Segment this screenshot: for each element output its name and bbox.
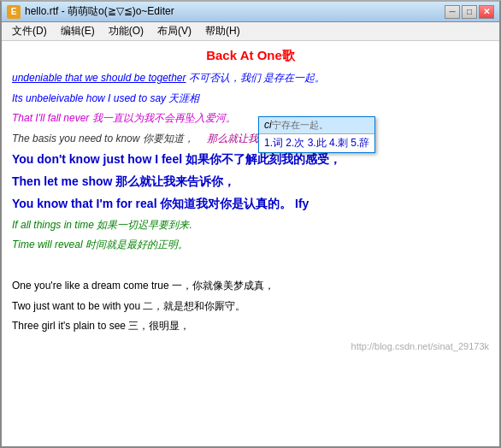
- line7-en2: Ify: [295, 197, 309, 210]
- line-11: One you're like a dream come true 一，你就像美…: [12, 277, 489, 296]
- line1-cn: 不可否认，我们: [189, 72, 261, 84]
- line13-en: Three girl it's plain to see: [12, 320, 128, 332]
- menu-function[interactable]: 功能(O): [102, 22, 150, 40]
- line-2: Its unbeleivable how I used to say 天涯相: [12, 90, 489, 109]
- line1-cn2: 是存在一起。: [263, 72, 325, 84]
- window-title: hello.rtf - 萌萌哒o(≧▽≦)o~Editer: [25, 4, 174, 19]
- maximize-button[interactable]: □: [462, 5, 477, 19]
- line-9: Time will reveal 时间就是最好的正明。: [12, 236, 489, 255]
- line5-cn: 如果你不了解此刻我的感受，: [186, 153, 341, 166]
- line-8: If all things in time 如果一切迟早要到来.: [12, 216, 489, 235]
- autocomplete-typed: ci: [264, 119, 272, 131]
- menu-edit[interactable]: 编辑(E): [54, 22, 102, 40]
- line-blank: [12, 256, 489, 275]
- line12-en: Two just want to be with you: [12, 300, 143, 312]
- line3-en: That I'll fall never: [12, 112, 92, 124]
- line13-cn: 三，很明显，: [128, 320, 190, 332]
- line11-en: One you're like a dream come true: [12, 280, 172, 292]
- line8-cn: 如果一切迟早要到来.: [97, 219, 192, 231]
- menu-help[interactable]: 帮助(H): [198, 22, 247, 40]
- watermark-area: http://blog.csdn.net/sinat_29173k: [12, 339, 489, 352]
- line9-en: Time will reveal: [12, 239, 85, 251]
- menu-file[interactable]: 文件(D): [5, 22, 54, 40]
- line2-cn: 天涯相: [168, 92, 199, 104]
- close-button[interactable]: ✕: [479, 5, 494, 19]
- line7-cn: 你知道我对你是认真的。: [160, 197, 292, 210]
- title-bar: E hello.rtf - 萌萌哒o(≧▽≦)o~Editer ─ □ ✕: [2, 2, 499, 22]
- line8-en: If all things in time: [12, 219, 97, 231]
- line6-en: Then let me show: [12, 174, 115, 188]
- line11-cn: 一，你就像美梦成真，: [172, 280, 274, 292]
- line4-en: The basis you need to know: [12, 133, 143, 144]
- window-controls: ─ □ ✕: [445, 5, 494, 19]
- minimize-button[interactable]: ─: [445, 5, 460, 19]
- line5-en: You don't know just how I feel: [12, 152, 186, 166]
- autocomplete-popup[interactable]: ci宁存在一起。 1.词 2.次 3.此 4.刺 5.辞: [258, 116, 375, 153]
- main-window: E hello.rtf - 萌萌哒o(≧▽≦)o~Editer ─ □ ✕ 文件…: [0, 0, 501, 448]
- line-1: undeniable that we should be together 不可…: [12, 69, 489, 88]
- line-13: Three girl it's plain to see 三，很明显，: [12, 317, 489, 336]
- editor-content[interactable]: ci宁存在一起。 1.词 2.次 3.此 4.刺 5.辞 Back At One…: [2, 41, 499, 446]
- line-4: The basis you need to know 你要知道， 那么就让我来告…: [12, 130, 489, 149]
- autocomplete-options[interactable]: 1.词 2.次 3.此 4.刺 5.辞: [259, 134, 374, 152]
- menu-layout[interactable]: 布局(V): [150, 22, 198, 40]
- document-title: Back At One歌: [12, 48, 489, 64]
- app-icon: E: [7, 5, 21, 19]
- line-7: You know that I'm for real 你知道我对你是认真的。 I…: [12, 194, 489, 215]
- line-5: You don't know just how I feel 如果你不了解此刻我…: [12, 150, 489, 170]
- line6-cn: 那么就让我来告诉你，: [115, 175, 235, 188]
- autocomplete-input[interactable]: ci宁存在一起。: [259, 117, 374, 134]
- menu-bar: 文件(D) 编辑(E) 功能(O) 布局(V) 帮助(H): [2, 22, 499, 41]
- line-12: Two just want to be with you 二，就是想和你厮守。: [12, 298, 489, 316]
- line12-cn: 二，就是想和你厮守。: [143, 300, 245, 312]
- line9-cn: 时间就是最好的正明。: [85, 239, 188, 251]
- line7-en: You know that I'm for real: [12, 197, 160, 210]
- line-3: That I'll fall never 我一直以为我不会再坠入爱河。: [12, 109, 489, 128]
- title-bar-left: E hello.rtf - 萌萌哒o(≧▽≦)o~Editer: [7, 4, 174, 19]
- line4-cn: 你要知道，: [143, 133, 194, 144]
- autocomplete-hint: 宁存在一起。: [272, 120, 328, 130]
- line2-en: Its unbeleivable how I used to say: [12, 92, 168, 104]
- line-6: Then let me show 那么就让我来告诉你，: [12, 172, 489, 192]
- line1-en: undeniable that we should be together: [12, 72, 186, 84]
- watermark-text: http://blog.csdn.net/sinat_29173k: [351, 341, 489, 351]
- line3-cn: 我一直以为我不会再坠入爱河。: [92, 112, 236, 124]
